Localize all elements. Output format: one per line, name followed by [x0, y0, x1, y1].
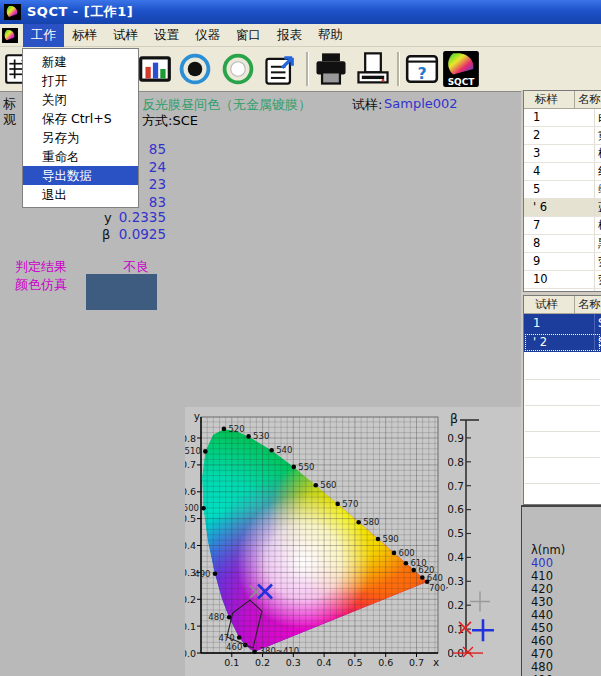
chart-icon[interactable]: [136, 49, 174, 89]
table-row[interactable]: 4红: [524, 163, 601, 181]
svg-text:560: 560: [320, 480, 336, 490]
wavelength-list: 400410420430440450460470480490: [531, 557, 553, 676]
file-menu-item[interactable]: 保存 Ctrl+S: [23, 109, 138, 128]
print-icon[interactable]: [312, 49, 350, 89]
empty-row-line: [525, 483, 600, 484]
measure-sample-icon[interactable]: [219, 49, 257, 89]
beta-axis: 0.00.10.20.30.40.50.60.70.80.9β: [448, 407, 523, 676]
menu-item-标样[interactable]: 标样: [64, 24, 105, 47]
file-menu-item[interactable]: 关闭: [23, 90, 138, 109]
table-row[interactable]: 11荧光绿: [524, 289, 601, 292]
svg-text:y: y: [194, 410, 200, 422]
svg-text:0.4: 0.4: [317, 657, 332, 668]
app-window: SQCT - [工作1] 工作标样试样设置仪器窗口报表帮助: [0, 0, 601, 676]
print-preview-icon[interactable]: [354, 49, 392, 89]
svg-text:540: 540: [276, 445, 292, 455]
table-row[interactable]: 1S: [524, 314, 601, 333]
svg-text:0.8: 0.8: [448, 456, 464, 468]
app-logo-icon: [4, 4, 21, 20]
table-row[interactable]: 2黄: [524, 127, 601, 145]
sqct-logo-icon[interactable]: SQCT: [442, 49, 480, 89]
samples-table[interactable]: 试样名称1S' 2S: [523, 295, 601, 505]
svg-text:0.1: 0.1: [185, 621, 196, 632]
empty-row-line: [525, 379, 600, 380]
svg-text:0.8: 0.8: [185, 433, 196, 444]
svg-text:x: x: [433, 656, 439, 668]
menu-item-报表[interactable]: 报表: [269, 24, 310, 47]
chromaticity-diagram: 0.10.20.30.40.50.60.70.00.10.20.30.40.50…: [185, 407, 448, 676]
table-row[interactable]: ' 6蓝: [524, 199, 601, 217]
y-value: 0.2335: [100, 209, 166, 225]
toolbar-separator: [306, 52, 309, 86]
file-menu-item[interactable]: 另存为: [23, 128, 138, 147]
svg-text:?: ?: [417, 64, 426, 83]
report-export-icon[interactable]: [262, 49, 300, 89]
title-bar: SQCT - [工作1]: [0, 0, 601, 24]
svg-text:600: 600: [399, 548, 415, 558]
color-simulation-label: 颜色仿真: [15, 276, 67, 294]
svg-text:0.0: 0.0: [185, 648, 196, 659]
table-row[interactable]: 5绿: [524, 181, 601, 199]
svg-text:0.2: 0.2: [448, 599, 464, 611]
wavelength-panel: λ(nm) 400410420430440450460470480490: [521, 505, 601, 676]
svg-text:0.5: 0.5: [448, 527, 464, 539]
svg-text:460: 460: [226, 642, 242, 652]
table-row[interactable]: ' 2S: [524, 333, 601, 352]
table-row[interactable]: 8黑: [524, 235, 601, 253]
file-menu-item[interactable]: 退出: [23, 185, 138, 204]
help-icon[interactable]: ?: [403, 49, 441, 89]
svg-text:550: 550: [298, 462, 314, 472]
empty-row-line: [525, 405, 600, 406]
svg-text:520: 520: [228, 424, 244, 434]
standards-table[interactable]: 标样名称1白2黄3橙4红5绿' 6蓝7棕8黑9荧光黄10荧光橙11荧光绿: [523, 90, 601, 292]
menu-item-试样[interactable]: 试样: [105, 24, 146, 47]
svg-text:530: 530: [253, 431, 269, 441]
empty-row-line: [525, 431, 600, 432]
table-row[interactable]: 9荧光黄: [524, 253, 601, 271]
svg-text:0.3: 0.3: [286, 657, 301, 668]
file-menu-item[interactable]: 导出数据: [23, 166, 138, 185]
clipped-label-observer: 观: [3, 111, 16, 129]
svg-text:0.7: 0.7: [409, 657, 424, 668]
svg-text:0.9: 0.9: [448, 432, 464, 444]
menu-item-设置[interactable]: 设置: [146, 24, 187, 47]
sample-label: 试样:: [352, 96, 382, 114]
svg-text:SQCT: SQCT: [448, 77, 476, 87]
mode-text: 方式:SCE: [142, 112, 198, 130]
file-menu-item[interactable]: 打开: [23, 71, 138, 90]
svg-text:510: 510: [185, 446, 201, 456]
menu-item-工作[interactable]: 工作: [23, 24, 64, 47]
toolbar-separator: [397, 52, 400, 86]
color-simulation-swatch: [86, 274, 157, 310]
svg-text:0.7: 0.7: [448, 480, 464, 492]
svg-text:0.6: 0.6: [448, 503, 464, 515]
svg-text:0.7: 0.7: [185, 459, 196, 470]
svg-text:0.2: 0.2: [185, 594, 196, 605]
svg-text:0.6: 0.6: [185, 486, 196, 497]
window-title: SQCT - [工作1]: [27, 3, 133, 21]
svg-text:570: 570: [342, 499, 358, 509]
svg-text:0.4: 0.4: [185, 540, 196, 551]
svg-text:0.4: 0.4: [448, 551, 464, 563]
menu-item-仪器[interactable]: 仪器: [187, 24, 228, 47]
table-row[interactable]: 7棕: [524, 217, 601, 235]
menu-item-窗口[interactable]: 窗口: [228, 24, 269, 47]
file-menu-item[interactable]: 新建: [23, 52, 138, 71]
measure-standard-icon[interactable]: [176, 49, 214, 89]
menu-bar: 工作标样试样设置仪器窗口报表帮助: [0, 24, 601, 47]
table-row[interactable]: 1白: [524, 109, 601, 127]
empty-row-line: [525, 457, 600, 458]
svg-text:480: 480: [208, 612, 224, 622]
file-menu-item[interactable]: 重命名: [23, 147, 138, 166]
svg-text:0.5: 0.5: [347, 657, 362, 668]
table-row[interactable]: 3橙: [524, 145, 601, 163]
svg-text:590: 590: [383, 534, 399, 544]
menu-item-帮助[interactable]: 帮助: [310, 24, 351, 47]
right-panel: 标样名称1白2黄3橙4红5绿' 6蓝7棕8黑9荧光黄10荧光橙11荧光绿 试样名…: [521, 90, 601, 676]
svg-text:β: β: [450, 411, 458, 426]
child-window-icon[interactable]: [2, 28, 18, 43]
svg-text:500: 500: [185, 503, 199, 513]
table-header: 试样名称: [524, 296, 601, 314]
table-row[interactable]: 10荧光橙: [524, 271, 601, 289]
table-header: 标样名称: [524, 91, 601, 109]
